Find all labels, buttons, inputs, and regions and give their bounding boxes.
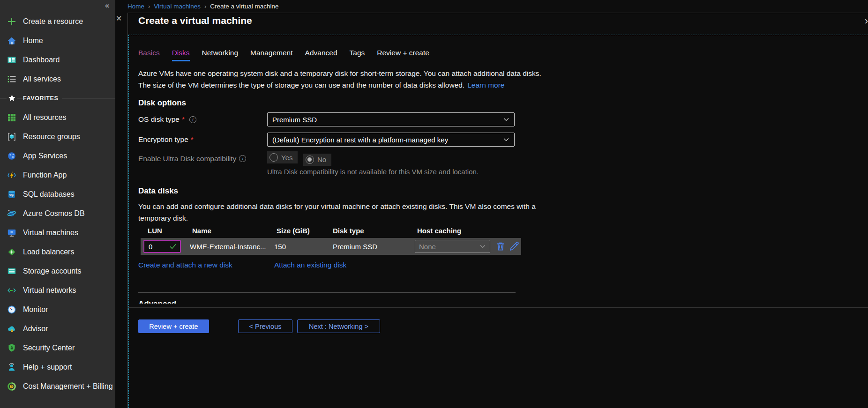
os-disk-type-row: OS disk type*i Premium SSD [138,112,612,126]
ultra-disk-radio-no[interactable]: No [303,154,331,166]
breadcrumb-home[interactable]: Home [127,3,144,10]
sidebar-item-resource-groups[interactable]: Resource groups [0,127,115,146]
tab-bar: BasicsDisksNetworkingManagementAdvancedT… [138,49,612,61]
help-support-icon [7,362,17,372]
breadcrumb-create-a-virtual-machine: Create a virtual machine [210,3,278,10]
info-icon[interactable]: i [189,116,196,123]
sidebar-item-label: Home [23,37,43,45]
security-center-icon [7,343,17,353]
sidebar-item-sql-databases[interactable]: SQLSQL databases [0,185,115,204]
column-header-host-caching: Host caching [417,227,461,235]
required-asterisk: * [191,135,194,144]
encryption-type-label: Encryption type* [138,135,267,144]
tab-management[interactable]: Management [250,49,292,61]
os-disk-type-dropdown[interactable]: Premium SSD [267,112,515,126]
encryption-type-dropdown[interactable]: (Default) Encryption at rest with a plat… [267,133,515,147]
sidebar: Create a resourceHomeDashboardAll servic… [0,0,115,408]
data-disks-links: Create and attach a new disk Attach an e… [138,261,612,271]
resource-groups-icon [7,132,17,142]
previous-button[interactable]: < Previous [238,319,292,333]
sidebar-item-label: Resource groups [23,133,80,141]
advisor-icon [7,324,17,334]
create-attach-disk-link[interactable]: Create and attach a new disk [138,261,232,269]
column-header-name: Name [192,227,211,235]
tab-tags[interactable]: Tags [350,49,365,61]
attach-existing-disk-link[interactable]: Attach an existing disk [274,261,346,269]
edit-disk-icon[interactable] [509,241,519,252]
virtual-networks-icon [7,285,17,296]
tab-basics[interactable]: Basics [138,49,160,61]
radio-unselected-icon [269,153,278,162]
close-icon[interactable]: ✕ [116,14,122,23]
sidebar-item-virtual-machines[interactable]: Virtual machines [0,223,115,242]
sidebar-item-load-balancers[interactable]: Load balancers [0,242,115,261]
ultra-disk-note: Ultra Disk compatibility is not availabl… [267,168,612,177]
delete-disk-icon[interactable] [495,241,506,252]
sidebar-item-advisor[interactable]: Advisor [0,319,115,338]
main-content: BasicsDisksNetworkingManagementAdvancedT… [138,49,612,304]
sidebar-item-azure-cosmos-db[interactable]: Azure Cosmos DB [0,204,115,223]
sidebar-item-create-a-resource[interactable]: Create a resource [0,12,115,31]
highlight-dashed-top [128,35,868,35]
sidebar-item-security-center[interactable]: Security Center [0,338,115,357]
sidebar-item-storage-accounts[interactable]: Storage accounts [0,261,115,281]
next-networking-button[interactable]: Next : Networking > [297,319,380,333]
breadcrumb-virtual-machines[interactable]: Virtual machines [154,3,201,10]
ultra-disk-label: Enable Ultra Disk compatibilityi [138,155,267,163]
sidebar-item-app-services[interactable]: App Services [0,146,115,165]
learn-more-link[interactable]: Learn more [467,81,504,89]
sidebar-item-label: Dashboard [23,56,60,64]
star-icon [7,93,17,104]
svg-text:SQL: SQL [9,193,15,196]
all-resources-icon [7,112,17,123]
sidebar-item-label: Help + support [23,363,72,371]
dashboard-icon [7,55,17,65]
lun-input[interactable]: 0 [143,240,181,253]
tab-networking[interactable]: Networking [202,49,239,61]
data-disks-description: You can add and configure additional dat… [138,200,612,224]
panel-top-border [127,13,868,13]
sidebar-item-virtual-networks[interactable]: Virtual networks [0,281,115,300]
sidebar-item-all-resources[interactable]: All resources [0,108,115,127]
sidebar-item-label: Azure Cosmos DB [23,209,85,218]
sidebar-item-label: App Services [23,152,67,160]
load-balancers-icon [7,247,17,257]
sidebar-item-help-support[interactable]: Help + support [0,357,115,377]
function-app-icon [7,170,17,180]
disk-name-cell: WME-External-Instanc... [190,238,266,255]
sidebar-item-cost-management-billing[interactable]: $Cost Management + Billing [0,377,115,396]
sidebar-item-label: Cost Management + Billing [23,382,113,391]
panel-expand-icon[interactable]: › [865,15,868,27]
review-create-button[interactable]: Review + create [138,319,209,333]
host-caching-dropdown[interactable]: None [415,240,490,253]
column-header-lun: LUN [148,227,162,235]
sql-databases-icon: SQL [7,189,17,200]
breadcrumb-separator: › [204,3,206,10]
valid-check-icon [169,242,177,251]
monitor-icon [7,304,17,315]
data-disks-heading: Data disks [138,186,612,198]
sidebar-item-label: Monitor [23,305,48,314]
sidebar-item-all-services[interactable]: All services [0,69,115,89]
breadcrumb-separator: › [148,3,150,10]
create-resource-icon [7,16,17,27]
data-disks-table: LUNNameSize (GiB)Disk typeHost caching 0… [141,227,521,255]
sidebar-collapse-icon[interactable]: « [105,1,109,10]
sidebar-item-home[interactable]: Home [0,31,115,50]
sidebar-item-monitor[interactable]: Monitor [0,300,115,319]
intro-text: Azure VMs have one operating system disk… [138,67,602,91]
disk-type-cell: Premium SSD [333,238,377,255]
sidebar-item-dashboard[interactable]: Dashboard [0,50,115,69]
info-icon[interactable]: i [239,155,246,162]
tab-review-create[interactable]: Review + create [377,49,429,61]
page-title: Create a virtual machine [138,15,252,26]
tab-disks[interactable]: Disks [172,49,190,61]
sidebar-item-function-app[interactable]: Function App [0,165,115,185]
ultra-disk-radio-yes[interactable]: Yes [267,151,298,163]
sidebar-item-label: SQL databases [23,190,75,199]
sidebar-item-label: Advisor [23,325,48,333]
ultra-disk-radio-group: Yes No [267,151,331,166]
tab-advanced[interactable]: Advanced [305,49,337,61]
disk-options-heading: Disk options [138,98,612,110]
column-header-disk-type: Disk type [333,227,364,235]
